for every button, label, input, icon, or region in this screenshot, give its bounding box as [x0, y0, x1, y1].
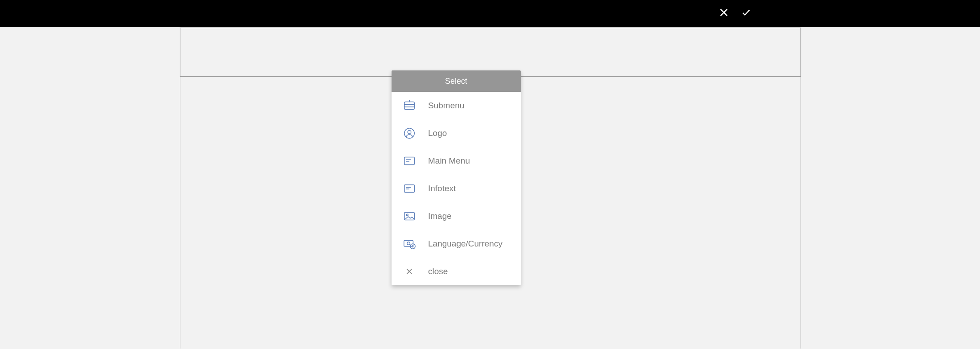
menu-item-language-currency[interactable]: $ Language/Currency [392, 230, 521, 258]
menu-item-label: Image [428, 211, 452, 221]
close-icon [719, 8, 729, 19]
empty-canvas-slot[interactable] [180, 28, 801, 77]
select-element-dropdown: Select Submenu Logo [392, 70, 521, 285]
dropdown-header: Select [392, 70, 521, 92]
menu-item-submenu[interactable]: Submenu [392, 92, 521, 119]
text-panel-icon [402, 181, 416, 196]
svg-rect-12 [404, 185, 415, 193]
menu-item-label: Submenu [428, 101, 464, 111]
top-action-bar [0, 0, 980, 27]
menu-item-infotext[interactable]: Infotext [392, 175, 521, 202]
menu-item-image[interactable]: Image [392, 202, 521, 230]
confirm-button[interactable] [735, 0, 757, 27]
svg-rect-9 [404, 157, 415, 165]
text-panel-icon [402, 154, 416, 168]
submenu-icon [402, 99, 416, 113]
currency-icon: $ [402, 237, 416, 251]
menu-item-label: Language/Currency [428, 239, 502, 249]
svg-point-16 [406, 214, 408, 216]
svg-text:$: $ [412, 244, 414, 248]
svg-point-18 [407, 242, 410, 245]
close-icon [402, 264, 416, 279]
menu-item-logo[interactable]: Logo [392, 119, 521, 147]
menu-item-label: Infotext [428, 184, 456, 193]
menu-item-close[interactable]: close [392, 258, 521, 285]
menu-item-label: Logo [428, 128, 447, 138]
menu-item-main-menu[interactable]: Main Menu [392, 147, 521, 175]
menu-item-label: close [428, 267, 448, 276]
check-icon [741, 8, 751, 19]
svg-point-8 [408, 130, 411, 134]
cancel-button[interactable] [713, 0, 735, 27]
svg-rect-2 [404, 102, 415, 110]
image-icon [402, 209, 416, 223]
user-circle-icon [402, 126, 416, 140]
menu-item-label: Main Menu [428, 156, 470, 166]
